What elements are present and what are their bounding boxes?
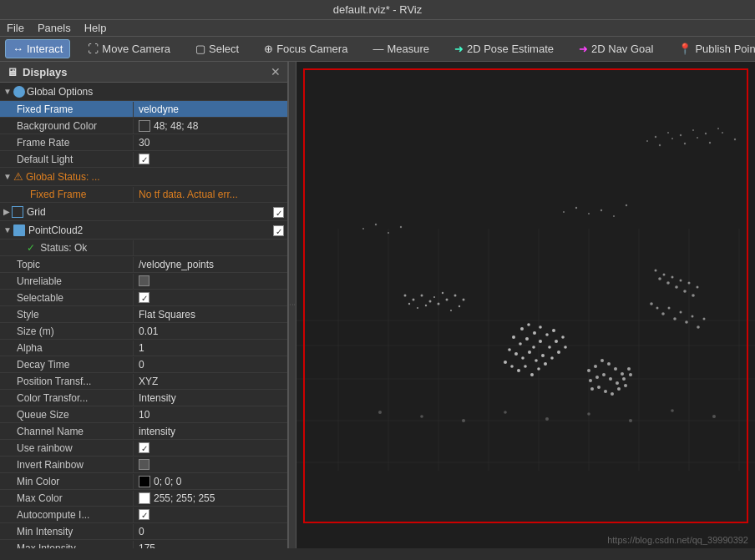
max-intensity-value: 175 [134,541,287,549]
size-row[interactable]: Size (m) 0.01 [0,323,287,340]
svg-point-93 [692,315,694,318]
pointcloud2-checkbox-container [273,224,284,235]
global-options-label: Global Options [27,86,93,98]
interact-button[interactable]: ↔ Interact [5,39,70,58]
unreliable-checkbox[interactable] [139,275,149,286]
svg-point-99 [504,411,507,414]
viewport-canvas: https://blog.csdn.net/qq_39990392 [296,62,755,548]
topic-row[interactable]: Topic /velodyne_points [0,256,287,273]
invert-rainbow-checkbox[interactable] [139,459,149,470]
svg-point-89 [668,307,671,310]
svg-point-81 [680,280,682,282]
default-light-checkbox[interactable] [139,154,149,164]
svg-point-83 [688,282,691,285]
global-status-label: Global Status: ... [26,171,100,183]
pose-estimate-button[interactable]: ➜ 2D Pose Estimate [447,39,561,58]
background-color-row[interactable]: Background Color 48; 48; 48 [0,118,287,134]
grid-checkbox[interactable] [273,207,284,218]
fixed-frame-row[interactable]: Fixed Frame velodyne [0,101,287,118]
svg-point-104 [712,415,716,418]
global-fixed-frame-row[interactable]: Fixed Frame No tf data. Actual err... [0,186,287,203]
max-color-row[interactable]: Max Color 255; 255; 255 [0,490,287,507]
default-light-label: Default Light [0,152,134,167]
default-light-value [134,152,287,166]
svg-point-116 [594,365,597,368]
svg-point-107 [388,232,389,234]
select-button[interactable]: ▢ Select [188,39,246,58]
global-status-section[interactable]: ▼ ⚠ Global Status: ... [0,168,287,186]
window-title: default.rviz* - RViz [333,3,422,16]
max-color-label: Max Color [0,491,134,506]
measure-button[interactable]: — Measure [365,39,437,58]
decay-time-row[interactable]: Decay Time 0 [0,356,287,373]
viewport[interactable]: https://blog.csdn.net/qq_39990392 [296,62,755,548]
svg-point-68 [524,365,527,368]
svg-point-30 [404,295,407,297]
svg-point-115 [587,369,590,372]
unreliable-row[interactable]: Unreliable [0,273,287,290]
default-light-row[interactable]: Default Light [0,151,287,168]
svg-point-106 [375,224,377,225]
grid-section[interactable]: ▶ Grid [0,203,287,221]
sidebar-close-button[interactable]: ✕ [271,65,281,78]
svg-point-37 [433,296,435,298]
menu-bar: File Panels Help [0,20,755,37]
svg-point-91 [680,311,682,314]
svg-point-17 [680,134,682,136]
min-color-row[interactable]: Min Color 0; 0; 0 [0,473,287,490]
decay-time-label: Decay Time [0,357,134,372]
menu-panels[interactable]: Panels [38,22,71,34]
min-intensity-row[interactable]: Min Intensity 0 [0,523,287,540]
channel-name-row[interactable]: Channel Name intensity [0,423,287,440]
svg-point-27 [722,132,723,134]
move-camera-button[interactable]: ⛶ Move Camera [80,39,178,58]
svg-point-125 [609,377,612,381]
alpha-row[interactable]: Alpha 1 [0,340,287,356]
svg-point-49 [512,335,515,339]
svg-point-70 [537,367,540,371]
publish-point-button[interactable]: 📍 Publish Point [671,39,755,58]
svg-point-127 [622,377,626,381]
resize-handle[interactable]: ⋮ [288,62,296,548]
pointcloud2-section[interactable]: ▼ PointCloud2 [0,221,287,240]
svg-point-47 [533,331,536,335]
max-intensity-row[interactable]: Max Intensity 175 [0,540,287,548]
menu-help[interactable]: Help [84,22,107,34]
frame-rate-row[interactable]: Frame Rate 30 [0,134,287,151]
menu-file[interactable]: File [7,22,24,34]
selectable-row[interactable]: Selectable [0,290,287,306]
autocompute-row[interactable]: Autocompute I... [0,507,287,523]
min-color-value: 0; 0; 0 [134,474,287,489]
svg-point-54 [545,333,549,336]
pointcloud2-props: ✓ Status: Ok Topic /velodyne_points Unre… [0,240,287,548]
global-status-children: Fixed Frame No tf data. Actual err... [0,186,287,203]
autocompute-checkbox[interactable] [139,509,149,520]
svg-point-110 [575,207,577,209]
pointcloud2-checkbox[interactable] [273,225,284,236]
svg-point-18 [692,129,694,131]
svg-point-53 [539,340,542,343]
grid-checkbox-container [273,205,284,217]
selectable-checkbox[interactable] [139,292,149,303]
svg-point-19 [705,133,707,134]
queue-size-row[interactable]: Queue Size 10 [0,406,287,423]
style-row[interactable]: Style Flat Squares [0,306,287,323]
global-options-section[interactable]: ▼ Global Options [0,83,287,101]
position-transf-row[interactable]: Position Transf... XYZ [0,373,287,390]
invert-rainbow-row[interactable]: Invert Rainbow [0,457,287,473]
use-rainbow-checkbox[interactable] [139,442,149,453]
svg-point-98 [462,419,465,422]
background-color-value: 48; 48; 48 [134,119,287,134]
watermark: https://blog.csdn.net/qq_39990392 [607,535,748,545]
svg-point-35 [425,305,427,306]
global-options-props: Fixed Frame velodyne Background Color 48… [0,101,287,168]
focus-camera-button[interactable]: ⊕ Focus Camera [256,39,355,58]
color-transfor-row[interactable]: Color Transfor... Intensity [0,390,287,406]
svg-rect-0 [296,62,755,548]
nav-goal-button[interactable]: ➜ 2D Nav Goal [571,39,661,58]
svg-point-29 [747,126,748,128]
selectable-value [134,290,287,305]
svg-point-45 [520,327,524,330]
svg-point-101 [587,412,590,416]
use-rainbow-row[interactable]: Use rainbow [0,440,287,457]
